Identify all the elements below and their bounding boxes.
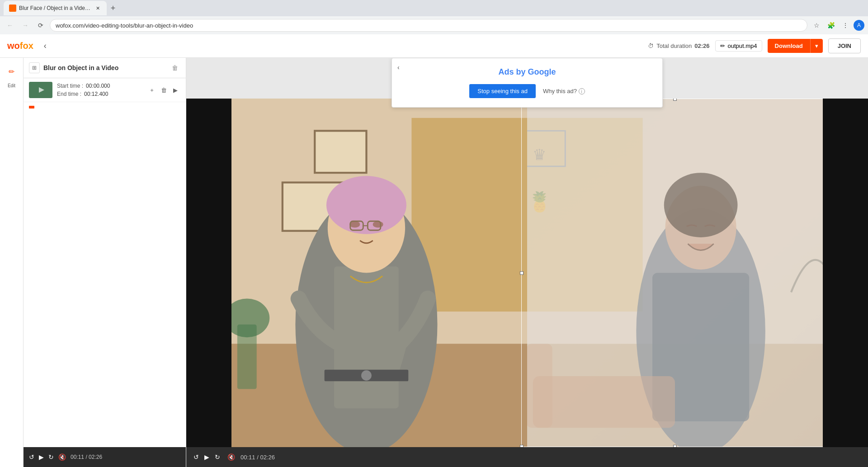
timeline-header: ⊞ Blur on Object in a Video 🗑 bbox=[24, 58, 186, 78]
rewind-left-button[interactable]: ↺ bbox=[29, 453, 34, 461]
loop-left-button[interactable]: ↻ bbox=[48, 453, 54, 461]
logo-text: wofox bbox=[7, 41, 33, 51]
tab-favicon bbox=[9, 5, 16, 12]
video-area: ‹ Ads by Google Stop seeing this ad Why … bbox=[186, 58, 868, 467]
playback-bar-video: ↺ ▶ ↻ 🔇 00:11 / 02:26 bbox=[186, 447, 868, 467]
current-time-left: 00:11 bbox=[71, 454, 84, 460]
clip-thumbnail bbox=[29, 82, 52, 98]
clip-add-button[interactable]: + bbox=[147, 85, 157, 95]
why-ad-label: Why this ad? bbox=[543, 88, 577, 94]
svg-text:♛: ♛ bbox=[533, 146, 546, 163]
output-file-display: ✏ output.mp4 bbox=[715, 40, 762, 52]
time-display-video: 00:11 / 02:26 bbox=[241, 454, 275, 461]
sidebar-edit-label: Edit bbox=[8, 83, 15, 88]
video-frame-left bbox=[231, 99, 527, 447]
url-bar[interactable]: wofox.com/video-editing-tools/blur-an-ob… bbox=[50, 19, 807, 32]
bookmark-icon[interactable]: ☆ bbox=[810, 19, 823, 32]
start-time-label: Start time : bbox=[57, 83, 83, 89]
join-button[interactable]: JOIN bbox=[828, 38, 861, 53]
stop-ad-button[interactable]: Stop seeing this ad bbox=[469, 84, 536, 98]
svg-point-31 bbox=[664, 173, 738, 237]
timeline-collapse-icon[interactable]: ⊞ bbox=[29, 62, 40, 73]
forward-button[interactable]: → bbox=[19, 19, 32, 32]
timeline-title: Blur on Object in a Video bbox=[43, 64, 118, 71]
svg-point-18 bbox=[361, 370, 372, 381]
back-nav-button[interactable]: ‹ bbox=[39, 40, 52, 52]
ad-brand: Google bbox=[528, 67, 556, 76]
clip-play-button[interactable]: ▶ bbox=[170, 85, 180, 95]
left-sidebar: ✏ Edit bbox=[0, 58, 24, 467]
svg-point-13 bbox=[373, 221, 383, 227]
download-dropdown-button[interactable]: ▾ bbox=[810, 39, 823, 53]
edit-icon: ✏ bbox=[9, 67, 14, 76]
timeline-spacer bbox=[24, 112, 186, 447]
wofox-logo: wofox bbox=[7, 41, 33, 51]
progress-marker-area bbox=[24, 102, 186, 112]
tab-close-button[interactable]: ✕ bbox=[94, 5, 101, 12]
time-display-left: 00:11 / 02:26 bbox=[71, 454, 102, 460]
rewind-video-button[interactable]: ↺ bbox=[193, 453, 199, 461]
logo-wo: wo bbox=[7, 41, 20, 51]
start-time-input[interactable] bbox=[86, 83, 118, 89]
total-duration-label: Total duration bbox=[656, 42, 692, 49]
app-container: wofox ‹ ⏱ Total duration 02:26 ✏ output.… bbox=[0, 34, 868, 467]
video-right-svg: ♛ 🍍 bbox=[527, 99, 823, 447]
total-time-left: 02:26 bbox=[89, 454, 102, 460]
total-time-video: 02:26 bbox=[260, 454, 275, 461]
video-frame-right: ♛ 🍍 bbox=[527, 99, 823, 447]
ad-controls: Stop seeing this ad Why this ad? i bbox=[406, 84, 649, 98]
clock-icon: ⏱ bbox=[648, 42, 654, 49]
main-content: ✏ Edit ⊞ Blur on Object in a Video 🗑 bbox=[0, 58, 868, 467]
clip-thumbnail-icon bbox=[33, 85, 48, 95]
timeline-panel: ⊞ Blur on Object in a Video 🗑 Start time… bbox=[24, 58, 186, 467]
end-time-input[interactable] bbox=[84, 91, 116, 97]
loop-video-button[interactable]: ↻ bbox=[215, 453, 220, 461]
playback-bar-left: ↺ ▶ ↻ 🔇 00:11 / 02:26 bbox=[24, 447, 186, 467]
clip-item: Start time : End time : + 🗑 ▶ bbox=[24, 78, 186, 102]
logo-fox: fox bbox=[20, 41, 33, 51]
more-menu-icon[interactable]: ⋮ bbox=[839, 19, 852, 32]
end-time-label: End time : bbox=[57, 91, 81, 97]
ad-close-button[interactable]: ‹ bbox=[397, 64, 400, 71]
video-left-svg bbox=[231, 99, 527, 447]
reload-button[interactable]: ⟳ bbox=[34, 19, 47, 32]
tab-bar: Blur Face / Object in a Video | W... ✕ + bbox=[0, 0, 868, 16]
top-toolbar: wofox ‹ ⏱ Total duration 02:26 ✏ output.… bbox=[0, 34, 868, 58]
timeline-delete-button[interactable]: 🗑 bbox=[170, 62, 180, 73]
why-ad-text[interactable]: Why this ad? i bbox=[543, 88, 585, 94]
ad-overlay: ‹ Ads by Google Stop seeing this ad Why … bbox=[392, 58, 663, 108]
extensions-icon[interactable]: 🧩 bbox=[825, 19, 837, 32]
clip-actions: + 🗑 ▶ bbox=[147, 85, 180, 95]
mute-left-button[interactable]: 🔇 bbox=[58, 453, 66, 461]
mute-video-button[interactable]: 🔇 bbox=[227, 453, 235, 461]
download-button[interactable]: Download bbox=[768, 39, 810, 53]
end-time-row: End time : bbox=[57, 91, 142, 97]
new-tab-button[interactable]: + bbox=[107, 2, 119, 14]
svg-rect-5 bbox=[315, 131, 366, 173]
play-video-button[interactable]: ▶ bbox=[204, 453, 209, 461]
play-left-button[interactable]: ▶ bbox=[39, 453, 44, 461]
ad-prefix: Ads by bbox=[498, 67, 528, 76]
clip-delete-button[interactable]: 🗑 bbox=[159, 85, 169, 95]
output-filename: output.mp4 bbox=[728, 42, 757, 49]
svg-rect-32 bbox=[533, 376, 675, 428]
total-duration-value: 02:26 bbox=[694, 42, 709, 49]
progress-marker bbox=[29, 106, 34, 108]
black-side-left bbox=[186, 99, 231, 447]
active-tab[interactable]: Blur Face / Object in a Video | W... ✕ bbox=[4, 1, 107, 15]
black-side-right bbox=[823, 99, 868, 447]
video-frame-wrapper: ♛ 🍍 bbox=[186, 99, 868, 447]
browser-chrome: Blur Face / Object in a Video | W... ✕ +… bbox=[0, 0, 868, 34]
current-time-video: 00:11 bbox=[241, 454, 255, 461]
back-button[interactable]: ← bbox=[4, 19, 16, 32]
total-duration-display: ⏱ Total duration 02:26 bbox=[648, 42, 709, 49]
tab-title: Blur Face / Object in a Video | W... bbox=[19, 5, 91, 11]
start-time-row: Start time : bbox=[57, 83, 142, 89]
svg-text:🍍: 🍍 bbox=[528, 190, 552, 213]
clip-times: Start time : End time : bbox=[57, 83, 142, 97]
why-ad-info-icon: i bbox=[579, 88, 585, 94]
user-avatar[interactable]: A bbox=[854, 20, 864, 31]
video-center[interactable]: ♛ 🍍 bbox=[231, 99, 823, 447]
sidebar-edit-button[interactable]: ✏ bbox=[4, 63, 20, 80]
svg-rect-33 bbox=[527, 344, 552, 428]
